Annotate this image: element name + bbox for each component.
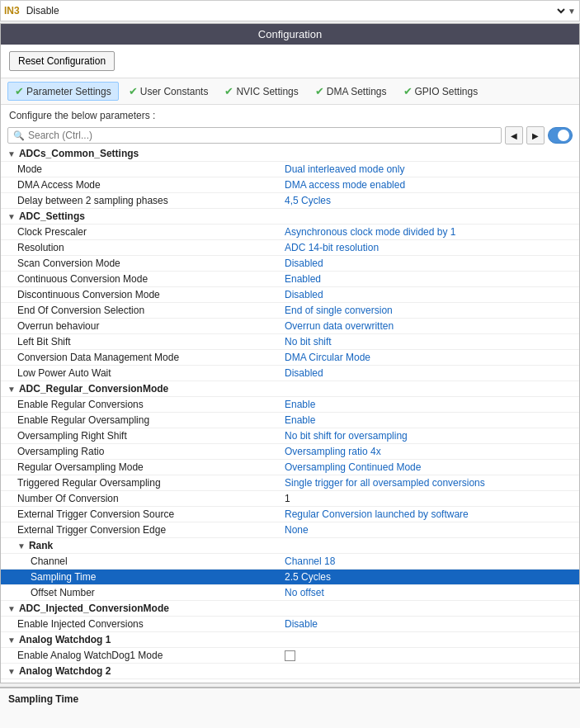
- param-name-cell: Number Of Conversion: [1, 491, 281, 507]
- value-cell: Asynchronous clock mode divided by 1: [281, 225, 579, 240]
- collapse-icon[interactable]: ▼: [7, 149, 16, 158]
- table-row[interactable]: Number Of Conversion1: [1, 491, 579, 507]
- value-cell: Disabled: [281, 287, 579, 303]
- param-name-cell: Low Power Auto Wait: [1, 366, 281, 381]
- value-cell: Disabled: [281, 256, 579, 272]
- next-nav-button[interactable]: ▶: [526, 126, 545, 144]
- tab-nvic-settings[interactable]: ✔ NVIC Settings: [218, 83, 304, 100]
- toggle-knob: [558, 130, 569, 141]
- table-row[interactable]: DMA Access ModeDMA access mode enabled: [1, 177, 579, 193]
- table-row[interactable]: Enable Regular ConversionsEnable: [1, 397, 579, 413]
- group-row[interactable]: ▼ADC_Regular_ConversionMode: [1, 381, 579, 397]
- param-name-cell: Delay between 2 sampling phases: [1, 193, 281, 209]
- tab-gpio-settings[interactable]: ✔ GPIO Settings: [397, 83, 485, 100]
- group-row[interactable]: ▼ADCs_Common_Settings: [1, 146, 579, 162]
- table-row[interactable]: Enable Regular OversamplingEnable: [1, 413, 579, 428]
- table-row[interactable]: Enable Analog WatchDog2 Mode: [1, 679, 579, 683]
- checkbox-cell[interactable]: [281, 648, 579, 664]
- table-row[interactable]: Left Bit ShiftNo bit shift: [1, 334, 579, 350]
- table-row[interactable]: Regular Oversampling ModeOversampling Co…: [1, 460, 579, 475]
- tabs-row: ✔ Parameter Settings ✔ User Constants ✔ …: [1, 78, 579, 105]
- reset-config-button[interactable]: Reset Configuration: [9, 51, 115, 71]
- group-row[interactable]: ▼ADC_Settings: [1, 209, 579, 225]
- checkbox-cell[interactable]: [281, 679, 579, 683]
- group-row[interactable]: ▼Analog Watchdog 1: [1, 632, 579, 648]
- check-icon: ✔: [315, 85, 324, 97]
- param-name-cell: Regular Oversampling Mode: [1, 460, 281, 475]
- group-value: [281, 632, 579, 648]
- table-row[interactable]: ResolutionADC 14-bit resolution: [1, 240, 579, 256]
- search-box: 🔍: [7, 127, 502, 144]
- param-name-cell: Enable Analog WatchDog2 Mode: [1, 679, 281, 683]
- toggle-button[interactable]: [548, 127, 573, 144]
- param-name-cell: Resolution: [1, 240, 281, 256]
- table-row[interactable]: Clock PrescalerAsynchronous clock mode d…: [1, 225, 579, 240]
- parameter-table: ▼ADCs_Common_Settings ModeDual interleav…: [1, 146, 579, 683]
- bottom-title: Sampling Time: [8, 693, 572, 705]
- tab-gpio-label: GPIO Settings: [415, 86, 479, 97]
- group-label: ▼ADC_Settings: [1, 209, 281, 225]
- table-row[interactable]: Enable Injected ConversionsDisable: [1, 617, 579, 632]
- tab-user-constants[interactable]: ✔ User Constants: [122, 83, 215, 100]
- table-row[interactable]: Scan Conversion ModeDisabled: [1, 256, 579, 272]
- group-row[interactable]: ▼Rank: [1, 538, 579, 554]
- collapse-icon[interactable]: ▼: [7, 212, 16, 221]
- table-row[interactable]: Low Power Auto WaitDisabled: [1, 366, 579, 381]
- group-row[interactable]: ▼Analog Watchdog 2: [1, 664, 579, 679]
- table-row[interactable]: ChannelChannel 18: [1, 554, 579, 570]
- param-name-cell: Clock Prescaler: [1, 225, 281, 240]
- table-row[interactable]: Triggered Regular OversamplingSingle tri…: [1, 475, 579, 491]
- tab-user-label: User Constants: [140, 86, 209, 97]
- collapse-icon[interactable]: ▼: [7, 667, 16, 676]
- table-row[interactable]: Overrun behaviourOverrun data overwritte…: [1, 319, 579, 334]
- table-row[interactable]: Oversampling Right ShiftNo bit shift for…: [1, 428, 579, 444]
- table-row[interactable]: Discontinuous Conversion ModeDisabled: [1, 287, 579, 303]
- param-name-cell: Enable Injected Conversions: [1, 617, 281, 632]
- prev-nav-button[interactable]: ◀: [505, 126, 523, 144]
- collapse-icon[interactable]: ▼: [7, 385, 16, 394]
- tab-parameter-settings[interactable]: ✔ Parameter Settings: [7, 82, 119, 101]
- bottom-info-panel: Sampling Time: [0, 687, 580, 728]
- table-row[interactable]: ModeDual interleaved mode only: [1, 162, 579, 177]
- value-cell: 1: [281, 491, 579, 507]
- value-cell: Disable: [281, 617, 579, 632]
- table-row[interactable]: Continuous Conversion ModeEnabled: [1, 272, 579, 287]
- value-cell: 4,5 Cycles: [281, 193, 579, 209]
- config-panel: Configuration Reset Configuration ✔ Para…: [0, 23, 580, 683]
- param-name-cell: External Trigger Conversion Source: [1, 507, 281, 522]
- value-cell: Oversampling ratio 4x: [281, 444, 579, 460]
- group-row[interactable]: ▼ADC_Injected_ConversionMode: [1, 601, 579, 617]
- param-name-cell: Offset Number: [1, 585, 281, 601]
- group-label: ▼Analog Watchdog 1: [1, 632, 281, 648]
- table-row[interactable]: End Of Conversion SelectionEnd of single…: [1, 303, 579, 319]
- param-name-cell: Oversampling Right Shift: [1, 428, 281, 444]
- disable-select[interactable]: Disable: [23, 4, 568, 17]
- table-row[interactable]: Delay between 2 sampling phases4,5 Cycle…: [1, 193, 579, 209]
- group-label: ▼ADC_Regular_ConversionMode: [1, 381, 281, 397]
- checkbox-icon[interactable]: [285, 650, 295, 661]
- table-row[interactable]: Conversion Data Management ModeDMA Circu…: [1, 350, 579, 366]
- table-row[interactable]: Enable Analog WatchDog1 Mode: [1, 648, 579, 664]
- value-cell: No bit shift for oversampling: [281, 428, 579, 444]
- param-name-cell: Scan Conversion Mode: [1, 256, 281, 272]
- search-icon: 🔍: [13, 130, 25, 141]
- group-label: ▼Analog Watchdog 2: [1, 664, 281, 679]
- table-row[interactable]: Oversampling RatioOversampling ratio 4x: [1, 444, 579, 460]
- table-row[interactable]: External Trigger Conversion EdgeNone: [1, 522, 579, 538]
- table-row[interactable]: Sampling Time2.5 Cycles: [1, 570, 579, 585]
- group-value: [281, 538, 579, 554]
- search-input[interactable]: [28, 130, 496, 141]
- config-toolbar: Reset Configuration: [1, 45, 579, 78]
- top-dropdown-bar: IN3 Disable ▼: [0, 0, 580, 21]
- group-value: [281, 601, 579, 617]
- collapse-icon[interactable]: ▼: [17, 541, 26, 551]
- collapse-icon[interactable]: ▼: [7, 636, 16, 645]
- table-row[interactable]: Offset NumberNo offset: [1, 585, 579, 601]
- group-value: [281, 381, 579, 397]
- param-label: Configure the below parameters :: [1, 105, 579, 125]
- tab-dma-settings[interactable]: ✔ DMA Settings: [309, 83, 394, 100]
- collapse-icon[interactable]: ▼: [7, 604, 16, 613]
- param-name-cell: Mode: [1, 162, 281, 177]
- table-row[interactable]: External Trigger Conversion SourceRegula…: [1, 507, 579, 522]
- value-cell: DMA Circular Mode: [281, 350, 579, 366]
